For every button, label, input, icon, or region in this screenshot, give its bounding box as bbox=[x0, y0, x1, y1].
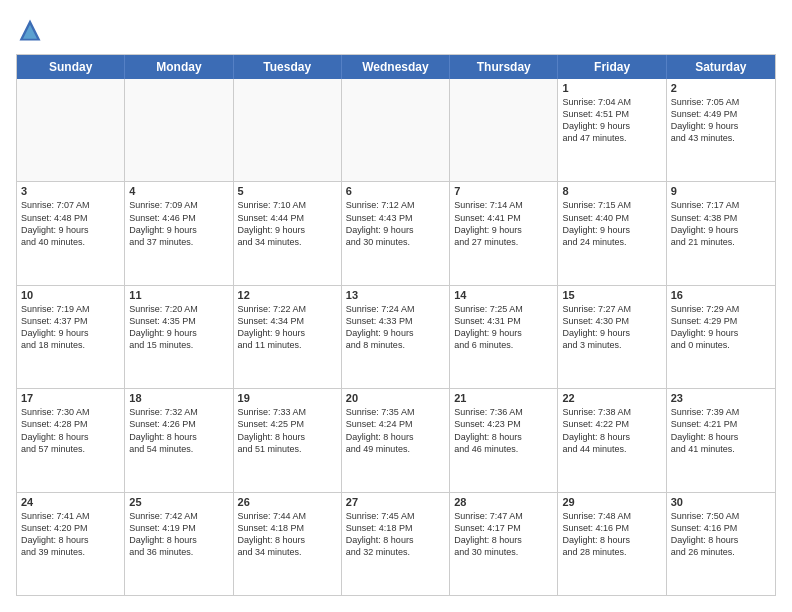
day-cell-23: 23Sunrise: 7:39 AM Sunset: 4:21 PM Dayli… bbox=[667, 389, 775, 491]
day-cell-20: 20Sunrise: 7:35 AM Sunset: 4:24 PM Dayli… bbox=[342, 389, 450, 491]
day-details: Sunrise: 7:14 AM Sunset: 4:41 PM Dayligh… bbox=[454, 199, 553, 248]
day-number: 12 bbox=[238, 289, 337, 301]
day-cell-29: 29Sunrise: 7:48 AM Sunset: 4:16 PM Dayli… bbox=[558, 493, 666, 595]
day-details: Sunrise: 7:25 AM Sunset: 4:31 PM Dayligh… bbox=[454, 303, 553, 352]
empty-cell bbox=[17, 79, 125, 181]
day-cell-13: 13Sunrise: 7:24 AM Sunset: 4:33 PM Dayli… bbox=[342, 286, 450, 388]
day-details: Sunrise: 7:45 AM Sunset: 4:18 PM Dayligh… bbox=[346, 510, 445, 559]
day-number: 20 bbox=[346, 392, 445, 404]
day-details: Sunrise: 7:32 AM Sunset: 4:26 PM Dayligh… bbox=[129, 406, 228, 455]
day-cell-6: 6Sunrise: 7:12 AM Sunset: 4:43 PM Daylig… bbox=[342, 182, 450, 284]
calendar-body: 1Sunrise: 7:04 AM Sunset: 4:51 PM Daylig… bbox=[17, 79, 775, 595]
day-cell-5: 5Sunrise: 7:10 AM Sunset: 4:44 PM Daylig… bbox=[234, 182, 342, 284]
header-day-thursday: Thursday bbox=[450, 55, 558, 79]
day-cell-3: 3Sunrise: 7:07 AM Sunset: 4:48 PM Daylig… bbox=[17, 182, 125, 284]
day-cell-28: 28Sunrise: 7:47 AM Sunset: 4:17 PM Dayli… bbox=[450, 493, 558, 595]
day-cell-9: 9Sunrise: 7:17 AM Sunset: 4:38 PM Daylig… bbox=[667, 182, 775, 284]
day-details: Sunrise: 7:48 AM Sunset: 4:16 PM Dayligh… bbox=[562, 510, 661, 559]
header-day-tuesday: Tuesday bbox=[234, 55, 342, 79]
day-cell-1: 1Sunrise: 7:04 AM Sunset: 4:51 PM Daylig… bbox=[558, 79, 666, 181]
day-number: 1 bbox=[562, 82, 661, 94]
day-number: 23 bbox=[671, 392, 771, 404]
day-number: 14 bbox=[454, 289, 553, 301]
calendar-week-1: 1Sunrise: 7:04 AM Sunset: 4:51 PM Daylig… bbox=[17, 79, 775, 181]
day-number: 21 bbox=[454, 392, 553, 404]
day-cell-10: 10Sunrise: 7:19 AM Sunset: 4:37 PM Dayli… bbox=[17, 286, 125, 388]
header-day-sunday: Sunday bbox=[17, 55, 125, 79]
page: SundayMondayTuesdayWednesdayThursdayFrid… bbox=[0, 0, 792, 612]
day-details: Sunrise: 7:36 AM Sunset: 4:23 PM Dayligh… bbox=[454, 406, 553, 455]
day-details: Sunrise: 7:19 AM Sunset: 4:37 PM Dayligh… bbox=[21, 303, 120, 352]
day-cell-25: 25Sunrise: 7:42 AM Sunset: 4:19 PM Dayli… bbox=[125, 493, 233, 595]
day-number: 4 bbox=[129, 185, 228, 197]
day-number: 7 bbox=[454, 185, 553, 197]
day-details: Sunrise: 7:17 AM Sunset: 4:38 PM Dayligh… bbox=[671, 199, 771, 248]
day-number: 11 bbox=[129, 289, 228, 301]
empty-cell bbox=[125, 79, 233, 181]
day-cell-18: 18Sunrise: 7:32 AM Sunset: 4:26 PM Dayli… bbox=[125, 389, 233, 491]
day-number: 28 bbox=[454, 496, 553, 508]
day-details: Sunrise: 7:39 AM Sunset: 4:21 PM Dayligh… bbox=[671, 406, 771, 455]
day-number: 6 bbox=[346, 185, 445, 197]
day-number: 22 bbox=[562, 392, 661, 404]
day-number: 9 bbox=[671, 185, 771, 197]
logo-icon bbox=[16, 16, 44, 44]
logo bbox=[16, 16, 48, 44]
day-details: Sunrise: 7:42 AM Sunset: 4:19 PM Dayligh… bbox=[129, 510, 228, 559]
day-cell-2: 2Sunrise: 7:05 AM Sunset: 4:49 PM Daylig… bbox=[667, 79, 775, 181]
day-details: Sunrise: 7:07 AM Sunset: 4:48 PM Dayligh… bbox=[21, 199, 120, 248]
day-cell-24: 24Sunrise: 7:41 AM Sunset: 4:20 PM Dayli… bbox=[17, 493, 125, 595]
day-details: Sunrise: 7:44 AM Sunset: 4:18 PM Dayligh… bbox=[238, 510, 337, 559]
day-number: 19 bbox=[238, 392, 337, 404]
empty-cell bbox=[342, 79, 450, 181]
day-cell-22: 22Sunrise: 7:38 AM Sunset: 4:22 PM Dayli… bbox=[558, 389, 666, 491]
day-cell-30: 30Sunrise: 7:50 AM Sunset: 4:16 PM Dayli… bbox=[667, 493, 775, 595]
day-details: Sunrise: 7:05 AM Sunset: 4:49 PM Dayligh… bbox=[671, 96, 771, 145]
day-number: 30 bbox=[671, 496, 771, 508]
header-day-friday: Friday bbox=[558, 55, 666, 79]
header-day-saturday: Saturday bbox=[667, 55, 775, 79]
day-number: 5 bbox=[238, 185, 337, 197]
day-details: Sunrise: 7:04 AM Sunset: 4:51 PM Dayligh… bbox=[562, 96, 661, 145]
day-details: Sunrise: 7:22 AM Sunset: 4:34 PM Dayligh… bbox=[238, 303, 337, 352]
day-number: 25 bbox=[129, 496, 228, 508]
day-details: Sunrise: 7:33 AM Sunset: 4:25 PM Dayligh… bbox=[238, 406, 337, 455]
day-number: 27 bbox=[346, 496, 445, 508]
header-day-wednesday: Wednesday bbox=[342, 55, 450, 79]
day-cell-21: 21Sunrise: 7:36 AM Sunset: 4:23 PM Dayli… bbox=[450, 389, 558, 491]
day-details: Sunrise: 7:10 AM Sunset: 4:44 PM Dayligh… bbox=[238, 199, 337, 248]
day-details: Sunrise: 7:47 AM Sunset: 4:17 PM Dayligh… bbox=[454, 510, 553, 559]
day-number: 13 bbox=[346, 289, 445, 301]
day-number: 15 bbox=[562, 289, 661, 301]
day-details: Sunrise: 7:24 AM Sunset: 4:33 PM Dayligh… bbox=[346, 303, 445, 352]
day-cell-12: 12Sunrise: 7:22 AM Sunset: 4:34 PM Dayli… bbox=[234, 286, 342, 388]
day-cell-15: 15Sunrise: 7:27 AM Sunset: 4:30 PM Dayli… bbox=[558, 286, 666, 388]
calendar-week-4: 17Sunrise: 7:30 AM Sunset: 4:28 PM Dayli… bbox=[17, 388, 775, 491]
day-number: 8 bbox=[562, 185, 661, 197]
calendar-header: SundayMondayTuesdayWednesdayThursdayFrid… bbox=[17, 55, 775, 79]
day-number: 3 bbox=[21, 185, 120, 197]
day-number: 18 bbox=[129, 392, 228, 404]
day-cell-26: 26Sunrise: 7:44 AM Sunset: 4:18 PM Dayli… bbox=[234, 493, 342, 595]
day-details: Sunrise: 7:12 AM Sunset: 4:43 PM Dayligh… bbox=[346, 199, 445, 248]
day-cell-16: 16Sunrise: 7:29 AM Sunset: 4:29 PM Dayli… bbox=[667, 286, 775, 388]
day-cell-14: 14Sunrise: 7:25 AM Sunset: 4:31 PM Dayli… bbox=[450, 286, 558, 388]
header bbox=[16, 16, 776, 44]
day-details: Sunrise: 7:30 AM Sunset: 4:28 PM Dayligh… bbox=[21, 406, 120, 455]
calendar-week-2: 3Sunrise: 7:07 AM Sunset: 4:48 PM Daylig… bbox=[17, 181, 775, 284]
day-cell-27: 27Sunrise: 7:45 AM Sunset: 4:18 PM Dayli… bbox=[342, 493, 450, 595]
day-details: Sunrise: 7:38 AM Sunset: 4:22 PM Dayligh… bbox=[562, 406, 661, 455]
day-details: Sunrise: 7:50 AM Sunset: 4:16 PM Dayligh… bbox=[671, 510, 771, 559]
day-details: Sunrise: 7:15 AM Sunset: 4:40 PM Dayligh… bbox=[562, 199, 661, 248]
day-details: Sunrise: 7:29 AM Sunset: 4:29 PM Dayligh… bbox=[671, 303, 771, 352]
day-number: 2 bbox=[671, 82, 771, 94]
day-details: Sunrise: 7:20 AM Sunset: 4:35 PM Dayligh… bbox=[129, 303, 228, 352]
day-number: 16 bbox=[671, 289, 771, 301]
empty-cell bbox=[450, 79, 558, 181]
header-day-monday: Monday bbox=[125, 55, 233, 79]
calendar: SundayMondayTuesdayWednesdayThursdayFrid… bbox=[16, 54, 776, 596]
day-details: Sunrise: 7:41 AM Sunset: 4:20 PM Dayligh… bbox=[21, 510, 120, 559]
empty-cell bbox=[234, 79, 342, 181]
day-details: Sunrise: 7:35 AM Sunset: 4:24 PM Dayligh… bbox=[346, 406, 445, 455]
day-details: Sunrise: 7:27 AM Sunset: 4:30 PM Dayligh… bbox=[562, 303, 661, 352]
